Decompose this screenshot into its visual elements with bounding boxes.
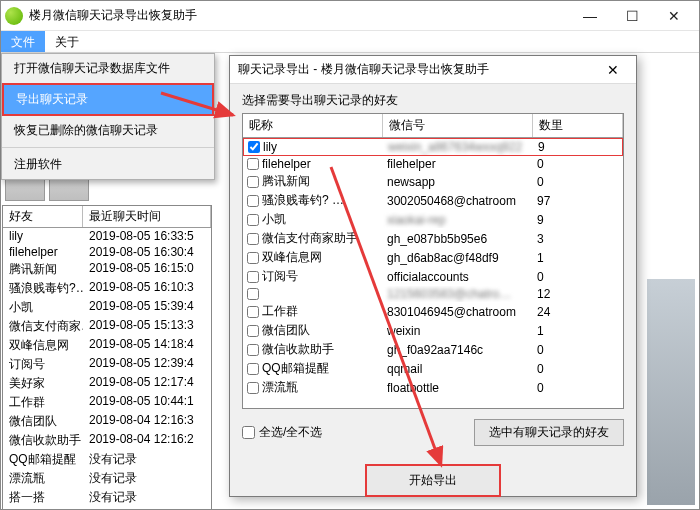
menu-recover-deleted[interactable]: 恢复已删除的微信聊天记录 — [2, 116, 214, 145]
table-row[interactable]: QQ邮箱提醒没有记录 — [3, 450, 211, 469]
col-wechatid[interactable]: 微信号 — [383, 114, 533, 137]
select-all-input[interactable] — [242, 426, 255, 439]
menu-export-chat[interactable]: 导出聊天记录 — [2, 83, 214, 116]
maximize-button[interactable]: ☐ — [611, 2, 653, 30]
table-row[interactable]: 工作群8301046945@chatroom24 — [243, 302, 623, 321]
row-nick: 小凯 — [262, 211, 286, 228]
table-row[interactable]: 小凯xiaokai-rep9 — [243, 210, 623, 229]
start-export-button[interactable]: 开始导出 — [365, 464, 501, 497]
table-row[interactable]: 漂流瓶floatbottle0 — [243, 378, 623, 397]
dialog-footer-row2: 开始导出 — [242, 464, 624, 497]
table-row[interactable]: 骚浪贱毒钓? …3002050468@chatroom97 — [243, 191, 623, 210]
table-row[interactable]: 漂流瓶没有记录 — [3, 469, 211, 488]
table-row[interactable]: 1215603583@chatro…12 — [243, 286, 623, 302]
right-image-strip — [647, 279, 695, 505]
friend-time: 没有记录 — [83, 469, 211, 488]
table-row[interactable]: 微信收款助手gh_f0a92aa7146c0 — [243, 340, 623, 359]
row-checkbox[interactable] — [248, 141, 260, 153]
friend-name: QQ邮箱提醒 — [3, 450, 83, 469]
friend-name: 小凯 — [3, 298, 83, 317]
table-row[interactable]: 双峰信息网gh_d6ab8ac@f48df91 — [243, 248, 623, 267]
table-row[interactable]: lily2019-08-05 16:33:5 — [3, 228, 211, 244]
row-count: 0 — [533, 342, 623, 358]
friend-rows: lily2019-08-05 16:33:5filehelper2019-08-… — [3, 228, 211, 510]
col-count[interactable]: 数里 — [533, 114, 623, 137]
friend-name: 微信团队 — [3, 412, 83, 431]
row-checkbox[interactable] — [247, 288, 259, 300]
table-row[interactable]: 微信支付商家…2019-08-05 15:13:3 — [3, 317, 211, 336]
minimize-button[interactable]: — — [569, 2, 611, 30]
friend-name: 美好家 — [3, 374, 83, 393]
table-row[interactable]: 双峰信息网2019-08-05 14:18:4 — [3, 336, 211, 355]
row-count: 3 — [533, 231, 623, 247]
row-wechatid: weixin — [383, 323, 533, 339]
row-nick: 骚浪贱毒钓? … — [262, 192, 344, 209]
menu-about[interactable]: 关于 — [45, 31, 89, 52]
friend-time: 2019-08-05 16:33:5 — [83, 228, 211, 244]
table-row[interactable]: 微信团队weixin1 — [243, 321, 623, 340]
table-row[interactable]: 微信支付商家助手gh_e087bb5b95e63 — [243, 229, 623, 248]
row-wechatid: 3002050468@chatroom — [383, 193, 533, 209]
row-checkbox[interactable] — [247, 325, 259, 337]
row-checkbox[interactable] — [247, 158, 259, 170]
col-nickname[interactable]: 昵称 — [243, 114, 383, 137]
titlebar: 楼月微信聊天记录导出恢复助手 — ☐ ✕ — [1, 1, 699, 31]
table-row[interactable]: 骚浪贱毒钓?…2019-08-05 16:10:3 — [3, 279, 211, 298]
row-nick: 漂流瓶 — [262, 379, 298, 396]
row-checkbox[interactable] — [247, 176, 259, 188]
row-wechatid: 8301046945@chatroom — [383, 304, 533, 320]
row-count: 1 — [533, 323, 623, 339]
menu-open-db[interactable]: 打开微信聊天记录数据库文件 — [2, 54, 214, 83]
table-row[interactable]: 订阅号officialaccounts0 — [243, 267, 623, 286]
menubar: 文件 关于 — [1, 31, 699, 53]
col-friend[interactable]: 好友 — [3, 206, 83, 227]
friend-name: 双峰信息网 — [3, 336, 83, 355]
row-checkbox[interactable] — [247, 233, 259, 245]
row-checkbox[interactable] — [247, 344, 259, 356]
row-wechatid: weixin_a867634wxxq922 — [384, 139, 534, 155]
select-all-checkbox[interactable]: 全选/全不选 — [242, 424, 322, 441]
col-lasttime[interactable]: 最近聊天时间 — [83, 206, 211, 227]
export-dialog: 聊天记录导出 - 楼月微信聊天记录导出恢复助手 ✕ 选择需要导出聊天记录的好友 … — [229, 55, 637, 497]
table-row[interactable]: 腾讯新闻newsapp0 — [243, 172, 623, 191]
friend-name: 漂流瓶 — [3, 469, 83, 488]
row-checkbox[interactable] — [247, 195, 259, 207]
table-row[interactable]: 微信团队2019-08-04 12:16:3 — [3, 412, 211, 431]
row-checkbox[interactable] — [247, 363, 259, 375]
friend-name: lily — [3, 228, 83, 244]
row-checkbox[interactable] — [247, 271, 259, 283]
table-row[interactable]: lilyweixin_a867634wxxq9229 — [243, 138, 623, 156]
friend-time: 2019-08-05 12:39:4 — [83, 355, 211, 374]
friend-time: 没有记录 — [83, 488, 211, 507]
table-row[interactable]: 订阅号2019-08-05 12:39:4 — [3, 355, 211, 374]
row-checkbox[interactable] — [247, 252, 259, 264]
menu-register[interactable]: 注册软件 — [2, 150, 214, 179]
row-count: 9 — [533, 212, 623, 228]
table-row[interactable]: 微信收款助手2019-08-04 12:16:2 — [3, 431, 211, 450]
row-checkbox[interactable] — [247, 382, 259, 394]
friend-name: filehelper — [3, 244, 83, 260]
table-row[interactable]: 小凯2019-08-05 15:39:4 — [3, 298, 211, 317]
select-has-records-button[interactable]: 选中有聊天记录的好友 — [474, 419, 624, 446]
table-row[interactable]: filehelperfilehelper0 — [243, 156, 623, 172]
row-wechatid: officialaccounts — [383, 269, 533, 285]
row-wechatid: qqmail — [383, 361, 533, 377]
table-row[interactable]: filehelper2019-08-05 16:30:4 — [3, 244, 211, 260]
dialog-close-button[interactable]: ✕ — [598, 62, 628, 78]
row-checkbox[interactable] — [247, 214, 259, 226]
table-row[interactable]: 搭一搭没有记录 — [3, 488, 211, 507]
row-nick: 微信收款助手 — [262, 341, 334, 358]
row-count: 0 — [533, 269, 623, 285]
menu-file[interactable]: 文件 — [1, 31, 45, 52]
table-row[interactable]: QQ邮箱提醒qqmail0 — [243, 359, 623, 378]
friend-name: 搭一搭 — [3, 488, 83, 507]
table-row[interactable]: 美好家2019-08-05 12:17:4 — [3, 374, 211, 393]
friend-name: 骚浪贱毒钓?… — [3, 279, 83, 298]
export-rows[interactable]: lilyweixin_a867634wxxq9229filehelperfile… — [243, 138, 623, 408]
table-row[interactable]: 工作群2019-08-05 10:44:1 — [3, 393, 211, 412]
close-button[interactable]: ✕ — [653, 2, 695, 30]
table-row[interactable]: 腾讯新闻2019-08-05 16:15:0 — [3, 260, 211, 279]
row-checkbox[interactable] — [247, 306, 259, 318]
friend-time: 没有记录 — [83, 450, 211, 469]
row-count: 12 — [533, 286, 623, 302]
